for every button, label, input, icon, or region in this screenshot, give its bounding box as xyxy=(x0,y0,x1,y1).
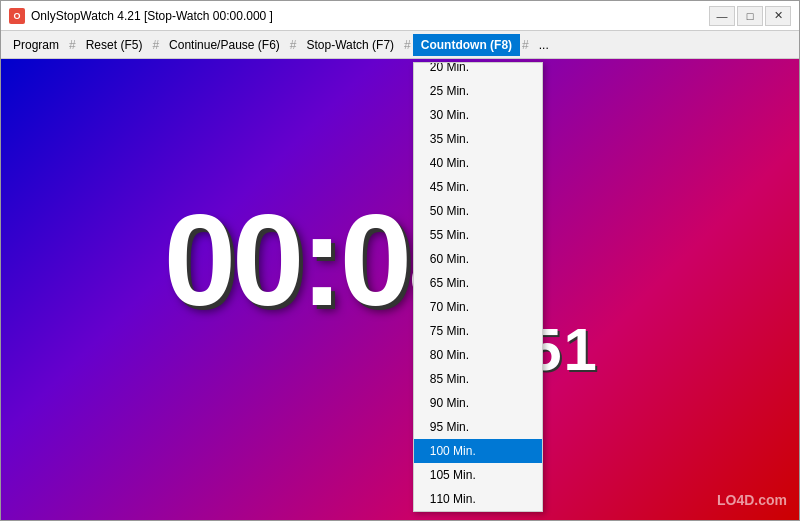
countdown-option[interactable]: 40 Min. xyxy=(414,151,542,175)
countdown-option[interactable]: 55 Min. xyxy=(414,223,542,247)
menu-item-continue-pause[interactable]: Continue/Pause (F6) xyxy=(161,31,288,58)
countdown-option[interactable]: 95 Min. xyxy=(414,415,542,439)
countdown-option[interactable]: 65 Min. xyxy=(414,271,542,295)
countdown-dropdown: 5 Min.10 Min.15 Min.20 Min.25 Min.30 Min… xyxy=(413,62,543,512)
title-bar: O OnlyStopWatch 4.21 [Stop-Watch 00:00.0… xyxy=(1,1,799,31)
countdown-option[interactable]: 90 Min. xyxy=(414,391,542,415)
menu-item-more[interactable]: ... xyxy=(531,31,557,58)
app-icon: O xyxy=(9,8,25,24)
countdown-option[interactable]: 25 Min. xyxy=(414,79,542,103)
watermark: LO4D.com xyxy=(717,492,787,508)
countdown-option[interactable]: 110 Min. xyxy=(414,487,542,511)
menu-sep-3: # xyxy=(288,38,299,52)
countdown-option[interactable]: 35 Min. xyxy=(414,127,542,151)
menu-item-countdown[interactable]: Countdown (F8) xyxy=(413,34,520,56)
menu-bar: Program # Reset (F5) # Continue/Pause (F… xyxy=(1,31,799,59)
main-area: 00:08 51 LO4D.com xyxy=(1,59,799,520)
countdown-option[interactable]: 105 Min. xyxy=(414,463,542,487)
menu-sep-1: # xyxy=(67,38,78,52)
minimize-button[interactable]: — xyxy=(709,6,735,26)
menu-item-reset[interactable]: Reset (F5) xyxy=(78,31,151,58)
countdown-option[interactable]: 30 Min. xyxy=(414,103,542,127)
countdown-option[interactable]: 70 Min. xyxy=(414,295,542,319)
menu-sep-4: # xyxy=(402,38,413,52)
countdown-option[interactable]: 45 Min. xyxy=(414,175,542,199)
countdown-option[interactable]: 80 Min. xyxy=(414,343,542,367)
maximize-button[interactable]: □ xyxy=(737,6,763,26)
menu-item-program[interactable]: Program xyxy=(5,31,67,58)
stopwatch-background: 00:08 51 LO4D.com xyxy=(1,59,799,520)
countdown-option[interactable]: 100 Min. xyxy=(414,439,542,463)
title-bar-controls: — □ ✕ xyxy=(709,6,791,26)
menu-sep-2: # xyxy=(150,38,161,52)
countdown-menu-wrapper: Countdown (F8) 5 Min.10 Min.15 Min.20 Mi… xyxy=(413,34,520,56)
close-button[interactable]: ✕ xyxy=(765,6,791,26)
countdown-option[interactable]: 60 Min. xyxy=(414,247,542,271)
main-window: O OnlyStopWatch 4.21 [Stop-Watch 00:00.0… xyxy=(0,0,800,521)
menu-item-stopwatch[interactable]: Stop-Watch (F7) xyxy=(299,31,403,58)
countdown-option[interactable]: 50 Min. xyxy=(414,199,542,223)
countdown-option[interactable]: 85 Min. xyxy=(414,367,542,391)
window-title: OnlyStopWatch 4.21 [Stop-Watch 00:00.000… xyxy=(31,9,273,23)
countdown-option[interactable]: 20 Min. xyxy=(414,62,542,79)
countdown-option[interactable]: 75 Min. xyxy=(414,319,542,343)
menu-sep-5: # xyxy=(520,38,531,52)
title-bar-left: O OnlyStopWatch 4.21 [Stop-Watch 00:00.0… xyxy=(9,8,273,24)
